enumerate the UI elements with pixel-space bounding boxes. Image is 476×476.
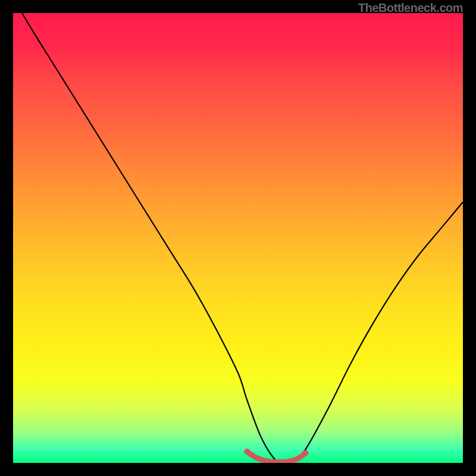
bottleneck-curve	[22, 13, 463, 463]
highlight-right-cap	[302, 450, 308, 456]
flat-bottom-highlight	[247, 452, 305, 462]
chart-svg	[13, 13, 463, 463]
watermark: TheBottleneck.com	[358, 1, 463, 15]
highlight-left-cap	[244, 449, 250, 455]
plot-area	[13, 13, 463, 463]
chart-container: TheBottleneck.com	[0, 0, 476, 476]
